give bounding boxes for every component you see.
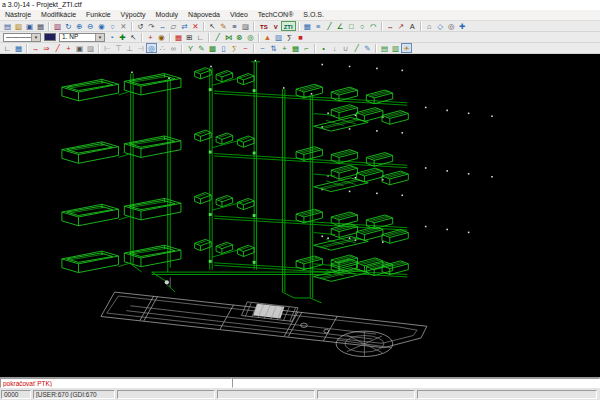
stop-icon[interactable]: ■ [295, 32, 306, 42]
arc-tool-icon[interactable]: ◠ [368, 21, 379, 31]
anchor-icon[interactable]: ↓ [329, 43, 340, 53]
color-swatch[interactable] [44, 33, 56, 41]
nodes-icon[interactable]: ∴ [157, 43, 168, 53]
circle-tool-icon[interactable]: ○ [357, 21, 368, 31]
print-icon[interactable]: ▦ [35, 21, 46, 31]
select-icon[interactable]: ↖ [128, 32, 139, 42]
menu-item[interactable]: S.O.S. [298, 10, 329, 20]
wave-icon[interactable]: ~ [257, 43, 268, 53]
diag-icon[interactable]: ╱ [351, 43, 362, 53]
open-folder-icon[interactable]: ▧ [13, 21, 24, 31]
move-icon[interactable]: ↔ [157, 21, 168, 31]
pointer-icon[interactable]: ↖ [207, 21, 218, 31]
elbow-icon[interactable]: ∪ [340, 43, 351, 53]
module-v-button[interactable]: V [271, 21, 281, 31]
floor-combo[interactable]: 1. NP ▾ [59, 33, 105, 42]
chain-icon[interactable]: ∞ [168, 43, 179, 53]
line-tool-icon[interactable]: ╱ [324, 21, 335, 31]
pan-icon[interactable]: ✚ [117, 32, 128, 42]
sum-icon[interactable]: ∑ [229, 43, 240, 53]
pen-blue-icon[interactable]: ✎ [362, 43, 373, 53]
command-input[interactable] [232, 378, 600, 388]
layers-icon[interactable]: ≡ [229, 21, 240, 31]
align-left-icon[interactable]: ⊢ [102, 43, 113, 53]
branch-tree-icon[interactable]: Y [185, 43, 196, 53]
cross-red-icon[interactable]: + [63, 43, 74, 53]
plus-green-icon[interactable]: + [279, 43, 290, 53]
block-icon[interactable]: ▩ [207, 43, 218, 53]
menu-item[interactable]: Nástroje [0, 10, 36, 20]
rotate-view-icon[interactable]: ↻ [63, 21, 74, 31]
redo-icon[interactable]: ↷ [146, 21, 157, 31]
save-icon[interactable]: ▣ [24, 21, 35, 31]
corner-icon[interactable]: ⌐ [301, 43, 312, 53]
pump-icon[interactable]: ◎ [245, 32, 256, 42]
list-icon[interactable]: ≡ [313, 21, 324, 31]
table2-icon[interactable]: ▥ [273, 32, 284, 42]
clipboard-icon[interactable]: ▨ [240, 21, 251, 31]
slash-red-icon[interactable]: ╱ [52, 43, 63, 53]
snap-icon[interactable]: ⊞ [184, 32, 195, 42]
ortho-icon[interactable]: ∟ [195, 32, 206, 42]
swap-icon[interactable]: ⇅ [268, 43, 279, 53]
arrow-equal-icon[interactable]: ⇒ [41, 43, 52, 53]
pipe-tool-icon[interactable]: ╱ [212, 32, 223, 42]
grid-green-icon[interactable]: ▦ [290, 43, 301, 53]
new-drawing-icon[interactable]: ▤ [2, 21, 13, 31]
home-view-icon[interactable]: ⌂ [424, 21, 435, 31]
chevron-down-icon[interactable]: ▾ [31, 34, 40, 41]
leader-icon[interactable]: ↗ [396, 21, 407, 31]
refresh-view-icon[interactable]: ◔ [106, 32, 117, 42]
align-right-icon[interactable]: ⊣ [135, 43, 146, 53]
mirror-icon[interactable]: ⇄ [179, 21, 190, 31]
align-bottom-icon[interactable]: ⊥ [124, 43, 135, 53]
menu-item[interactable]: Výpočty [116, 10, 151, 20]
plot-icon[interactable]: ▥ [52, 21, 63, 31]
table-icon[interactable]: ▦ [302, 21, 313, 31]
arrow-connect-icon[interactable]: → [30, 43, 41, 53]
pencil-icon[interactable]: ✎ [218, 21, 229, 31]
settings-icon[interactable]: ✚ [457, 21, 468, 31]
rect-tool-icon[interactable]: □ [346, 21, 357, 31]
undo-icon[interactable]: ↺ [135, 21, 146, 31]
column-icon[interactable]: ▯ [218, 43, 229, 53]
print-small-icon[interactable]: ▣ [74, 43, 85, 53]
grid-icon[interactable]: ▦ [173, 32, 184, 42]
zoom-window-icon[interactable]: ◉ [96, 21, 107, 31]
fitting-icon[interactable]: ⋈ [223, 32, 234, 42]
sun-icon[interactable]: ☀ [401, 43, 412, 53]
module-ts-button[interactable]: TS [257, 21, 271, 31]
dimension-icon[interactable]: ↔ [385, 21, 396, 31]
zoom-in-icon[interactable]: ⊕ [74, 21, 85, 31]
menu-item[interactable]: Video [225, 10, 253, 20]
menu-item[interactable]: Nápoveda [183, 10, 225, 20]
zoom-out-icon[interactable]: ⊖ [85, 21, 96, 31]
target-icon[interactable]: ◎ [146, 43, 157, 53]
menu-item[interactable]: TechCON® [253, 10, 299, 20]
calc-icon[interactable]: ∑ [284, 32, 295, 42]
drawing-canvas[interactable] [0, 54, 600, 377]
node-edit-icon[interactable]: + [145, 32, 156, 42]
measure-icon[interactable]: ∟ [2, 43, 13, 53]
menu-item[interactable]: Modifikácie [36, 10, 81, 20]
polyline-tool-icon[interactable]: ∠ [335, 21, 346, 31]
camera-icon[interactable]: ◎ [446, 21, 457, 31]
text-tool-icon[interactable]: A [407, 21, 418, 31]
zoom-all-icon[interactable]: ○ [107, 21, 118, 31]
edit-green-icon[interactable]: ✎ [196, 43, 207, 53]
copy-object-icon[interactable]: ▱ [168, 21, 179, 31]
minus-red-icon[interactable]: − [240, 43, 251, 53]
line-style-combo[interactable]: ———— ▾ [3, 33, 41, 42]
appliance-icon[interactable]: ▲ [262, 32, 273, 42]
panel-icon[interactable]: ▥ [390, 43, 401, 53]
menu-item[interactable]: Funkcie [81, 10, 116, 20]
delete-icon[interactable]: ✕ [190, 21, 201, 31]
chevron-down-icon[interactable]: ▾ [95, 34, 104, 41]
drawing-area[interactable] [0, 54, 600, 377]
valve-icon[interactable]: ⊗ [234, 32, 245, 42]
view-3d-icon[interactable]: ◇ [435, 21, 446, 31]
redraw-icon[interactable]: ✕ [118, 21, 129, 31]
table3-icon[interactable]: ▦ [13, 43, 24, 53]
module-zti-button[interactable]: ZTI [281, 21, 296, 31]
align-top-icon[interactable]: ⊤ [113, 43, 124, 53]
